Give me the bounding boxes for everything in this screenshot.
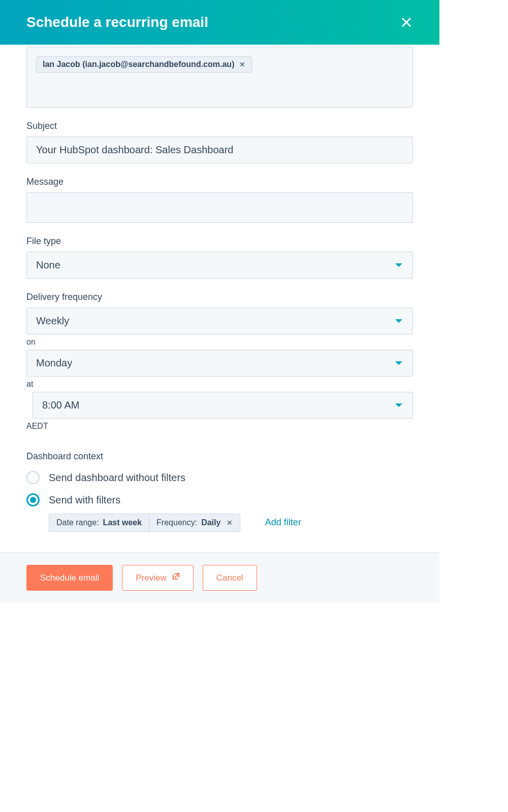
radio-with-filters[interactable] xyxy=(26,493,40,506)
filter-chips: Date range: Last week Frequency: Daily ✕ xyxy=(49,514,240,532)
recipient-chip-text: Ian Jacob (ian.jacob@searchandbefound.co… xyxy=(43,60,234,69)
filetype-section: File type None xyxy=(26,236,413,279)
external-link-icon xyxy=(172,572,180,583)
filter-frequency-value: Daily xyxy=(201,518,220,527)
close-icon xyxy=(401,17,412,28)
dialog-footer: Schedule email Preview Cancel xyxy=(0,552,439,603)
radio-without-filters-label: Send dashboard without filters xyxy=(49,472,185,484)
filetype-select[interactable]: None xyxy=(26,252,413,279)
message-label: Message xyxy=(26,177,413,187)
dialog-body: Ian Jacob (ian.jacob@searchandbefound.co… xyxy=(0,47,439,552)
frequency-select[interactable]: Weekly xyxy=(26,308,413,334)
radio-option-without-filters[interactable]: Send dashboard without filters xyxy=(26,471,413,484)
filter-frequency-key: Frequency: xyxy=(156,518,197,527)
context-label: Dashboard context xyxy=(26,451,413,462)
timezone-label: AEDT xyxy=(26,422,413,431)
day-select[interactable]: Monday xyxy=(26,350,413,377)
recipients-input[interactable]: Ian Jacob (ian.jacob@searchandbefound.co… xyxy=(26,47,413,108)
radio-option-with-filters[interactable]: Send with filters xyxy=(26,493,413,506)
add-filter-link[interactable]: Add filter xyxy=(265,517,301,528)
radio-with-filters-label: Send with filters xyxy=(49,494,120,506)
dialog-header: Schedule a recurring email xyxy=(0,0,439,45)
dialog-title: Schedule a recurring email xyxy=(26,14,208,30)
filter-date-range-value: Last week xyxy=(103,518,142,527)
filter-chip-date-range[interactable]: Date range: Last week xyxy=(49,514,149,531)
recipients-section: Ian Jacob (ian.jacob@searchandbefound.co… xyxy=(26,47,413,108)
cancel-button[interactable]: Cancel xyxy=(203,565,257,591)
filetype-label: File type xyxy=(26,236,413,247)
on-label: on xyxy=(26,337,413,347)
close-button[interactable] xyxy=(400,16,413,29)
at-label: at xyxy=(26,380,413,389)
delivery-section: Delivery frequency Weekly on Monday at 8… xyxy=(26,292,413,431)
remove-recipient-icon[interactable]: ✕ xyxy=(239,60,245,69)
filter-chip-frequency[interactable]: Frequency: Daily ✕ xyxy=(149,514,240,531)
message-section: Message xyxy=(26,177,413,223)
time-select[interactable]: 8:00 AM xyxy=(33,392,413,419)
message-input[interactable] xyxy=(26,192,413,223)
delivery-label: Delivery frequency xyxy=(26,292,413,302)
preview-button[interactable]: Preview xyxy=(122,565,193,591)
schedule-email-button[interactable]: Schedule email xyxy=(26,565,113,591)
recipient-chip[interactable]: Ian Jacob (ian.jacob@searchandbefound.co… xyxy=(36,56,252,73)
subject-section: Subject xyxy=(26,121,413,163)
radio-without-filters[interactable] xyxy=(26,471,40,484)
subject-label: Subject xyxy=(26,121,413,131)
context-section: Dashboard context Send dashboard without… xyxy=(26,451,413,532)
subject-input[interactable] xyxy=(26,137,413,163)
filter-date-range-key: Date range: xyxy=(56,518,99,527)
remove-filter-icon[interactable]: ✕ xyxy=(227,519,233,527)
preview-button-label: Preview xyxy=(136,573,166,583)
